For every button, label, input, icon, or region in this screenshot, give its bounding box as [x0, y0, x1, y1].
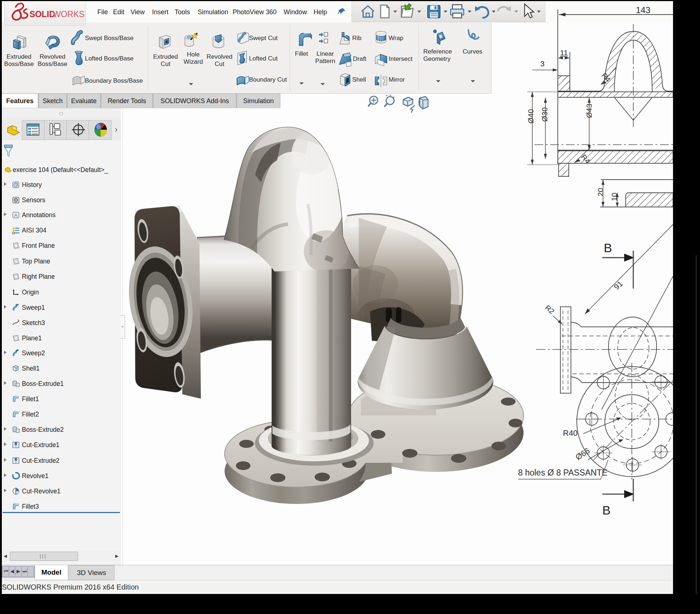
svg-text:3: 3 [540, 59, 545, 68]
svg-text:143: 143 [636, 5, 650, 15]
svg-text:8 holes Ø 8 PASSANTE: 8 holes Ø 8 PASSANTE [518, 468, 607, 477]
svg-text:A: A [14, 213, 18, 218]
svg-text:SOLID: SOLID [30, 9, 55, 19]
svg-text:B: B [602, 503, 611, 517]
svg-text:R2: R2 [544, 304, 556, 316]
svg-text:91: 91 [612, 279, 624, 291]
svg-text:Ø30: Ø30 [540, 107, 549, 122]
svg-text:WORKS: WORKS [53, 9, 84, 19]
svg-text:B: B [604, 241, 612, 255]
svg-text:11: 11 [560, 48, 568, 57]
svg-text:Ø40: Ø40 [526, 109, 535, 124]
svg-text:R40: R40 [563, 429, 578, 438]
